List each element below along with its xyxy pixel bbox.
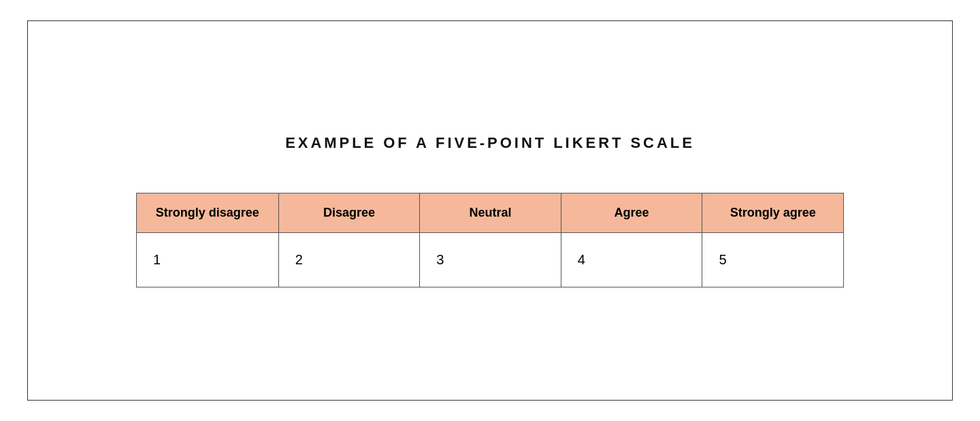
header-row: Strongly disagree Disagree Neutral Agree… bbox=[137, 193, 844, 232]
table-body: 1 2 3 4 5 bbox=[137, 232, 844, 287]
value-3: 3 bbox=[420, 232, 561, 287]
page-title: EXAMPLE OF A FIVE-POINT LIKERT SCALE bbox=[285, 134, 695, 152]
header-disagree: Disagree bbox=[278, 193, 420, 232]
value-5: 5 bbox=[702, 232, 844, 287]
likert-scale-container: EXAMPLE OF A FIVE-POINT LIKERT SCALE Str… bbox=[27, 20, 953, 401]
header-strongly-agree: Strongly agree bbox=[702, 193, 844, 232]
value-row: 1 2 3 4 5 bbox=[137, 232, 844, 287]
table-header: Strongly disagree Disagree Neutral Agree… bbox=[137, 193, 844, 232]
value-1: 1 bbox=[137, 232, 279, 287]
value-2: 2 bbox=[278, 232, 420, 287]
likert-table: Strongly disagree Disagree Neutral Agree… bbox=[136, 193, 844, 287]
header-strongly-disagree: Strongly disagree bbox=[137, 193, 279, 232]
header-agree: Agree bbox=[561, 193, 702, 232]
header-neutral: Neutral bbox=[420, 193, 561, 232]
value-4: 4 bbox=[561, 232, 702, 287]
